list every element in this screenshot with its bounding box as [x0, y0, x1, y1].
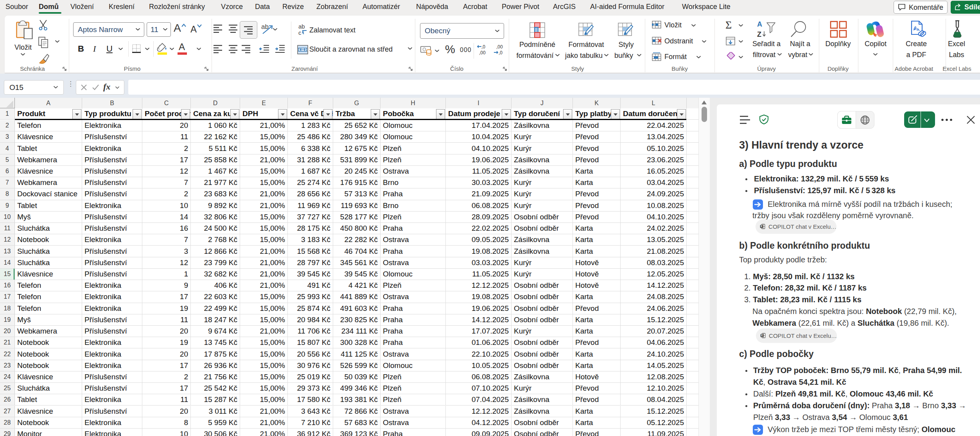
svg-text:A: A	[179, 41, 185, 52]
svg-text:Z: Z	[757, 31, 761, 38]
svg-text:,00: ,00	[479, 50, 486, 56]
svg-text:c: c	[298, 29, 302, 36]
svg-text:X: X	[761, 225, 763, 228]
svg-text:A: A	[757, 20, 762, 28]
svg-text:,0: ,0	[499, 50, 503, 56]
svg-text:ab: ab	[298, 23, 305, 30]
svg-text:X: X	[761, 334, 763, 337]
svg-text:,00: ,00	[496, 44, 503, 50]
svg-text:,0: ,0	[481, 44, 485, 50]
